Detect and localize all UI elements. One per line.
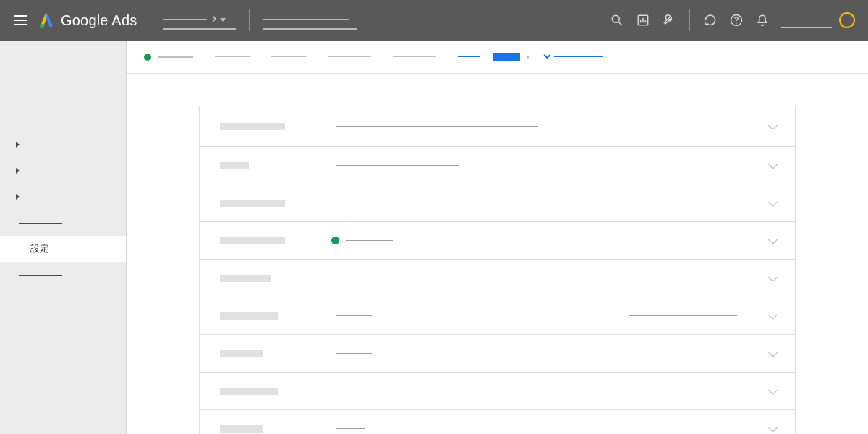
row-value (336, 165, 775, 166)
tab-filter-link[interactable] (458, 46, 480, 69)
menu-icon[interactable] (9, 9, 33, 31)
row-value (336, 391, 775, 391)
divider (249, 9, 250, 31)
svg-point-8 (736, 23, 736, 24)
row-label (220, 350, 336, 357)
sidebar-item-placeholder (19, 223, 62, 224)
google-ads-logo-icon (38, 12, 55, 29)
settings-row[interactable] (200, 106, 795, 147)
refresh-icon[interactable] (697, 7, 723, 33)
row-label (220, 312, 336, 320)
status-enabled-icon (331, 237, 339, 244)
settings-row[interactable] (200, 184, 795, 222)
settings-panel (199, 106, 796, 434)
settings-row[interactable] (200, 410, 795, 434)
row-label (220, 123, 336, 130)
row-label (220, 200, 336, 207)
sidebar-item-placeholder (19, 67, 62, 67)
sidebar-item[interactable] (0, 132, 126, 158)
tab-2[interactable] (271, 46, 306, 69)
row-label (220, 388, 336, 395)
row-label (220, 237, 336, 244)
settings-row[interactable] (200, 147, 795, 184)
help-icon[interactable] (723, 7, 749, 33)
row-value (336, 203, 775, 203)
account-id-field[interactable] (781, 12, 832, 28)
account-selector[interactable] (163, 11, 236, 30)
notifications-icon[interactable] (749, 7, 775, 33)
sidebar-item-settings[interactable]: 設定 (0, 236, 126, 262)
tab-3[interactable] (328, 46, 371, 69)
settings-row[interactable] (200, 260, 795, 297)
sidebar-item-placeholder (19, 93, 62, 93)
sidebar-item[interactable] (0, 262, 126, 288)
brand-text: Google Ads (61, 12, 137, 29)
row-value (336, 237, 775, 244)
divider (150, 9, 150, 31)
row-label (220, 425, 336, 433)
divider (689, 9, 690, 31)
sidebar-item[interactable] (0, 210, 126, 236)
row-value (336, 278, 775, 278)
sidebar: 設定 (0, 41, 127, 434)
expand-arrow-icon (16, 168, 20, 174)
tools-icon[interactable] (656, 7, 682, 33)
main-content: × (127, 41, 868, 434)
svg-point-1 (612, 15, 619, 22)
chevron-down-icon (768, 423, 778, 433)
settings-row[interactable] (200, 335, 795, 373)
expand-arrow-icon (16, 194, 20, 200)
chevron-down-icon (768, 273, 778, 282)
sidebar-item[interactable] (0, 106, 126, 132)
row-label (220, 162, 336, 169)
chevron-down-icon (768, 160, 778, 169)
sidebar-item-placeholder (19, 275, 62, 276)
sidebar-item[interactable] (0, 158, 126, 184)
svg-point-0 (40, 24, 44, 28)
sidebar-item[interactable] (0, 80, 126, 106)
svg-line-2 (619, 22, 622, 25)
sidebar-item-placeholder (19, 145, 62, 145)
chevron-down-icon (768, 386, 778, 395)
chevron-down-icon (544, 51, 551, 59)
row-label (220, 275, 336, 282)
chevron-down-icon (768, 348, 778, 357)
row-value-secondary (629, 315, 737, 316)
tab-4[interactable] (393, 46, 436, 69)
caret-down-icon (220, 18, 226, 22)
chevron-down-icon (768, 197, 778, 207)
avatar[interactable] (839, 12, 855, 28)
filter-chip[interactable]: × (487, 53, 533, 61)
sidebar-item-placeholder (19, 197, 62, 197)
chevron-down-icon (768, 121, 778, 130)
campaign-status[interactable] (144, 54, 193, 61)
reports-icon[interactable] (630, 7, 656, 33)
status-enabled-icon (144, 54, 151, 61)
row-value (336, 126, 775, 127)
chip-clear-icon[interactable]: × (523, 53, 533, 61)
campaign-selector[interactable] (263, 11, 357, 30)
tab-1[interactable] (215, 46, 250, 69)
sidebar-item[interactable] (0, 184, 126, 210)
expand-arrow-icon (16, 142, 20, 148)
brand[interactable]: Google Ads (38, 12, 137, 29)
more-dropdown[interactable] (545, 43, 603, 72)
row-value (336, 428, 775, 429)
chevron-down-icon (768, 310, 778, 320)
settings-row[interactable] (200, 297, 795, 335)
settings-row[interactable] (200, 222, 795, 260)
sidebar-item-placeholder (30, 119, 74, 119)
settings-row[interactable] (200, 373, 795, 410)
chevron-right-icon (210, 16, 216, 22)
sidebar-item-placeholder (19, 171, 62, 171)
search-icon[interactable] (604, 7, 630, 33)
tab-bar: × (127, 41, 868, 74)
sidebar-item[interactable] (0, 54, 126, 80)
row-value (336, 353, 775, 354)
sidebar-item-label: 設定 (19, 242, 49, 255)
app-header: Google Ads (0, 0, 868, 41)
